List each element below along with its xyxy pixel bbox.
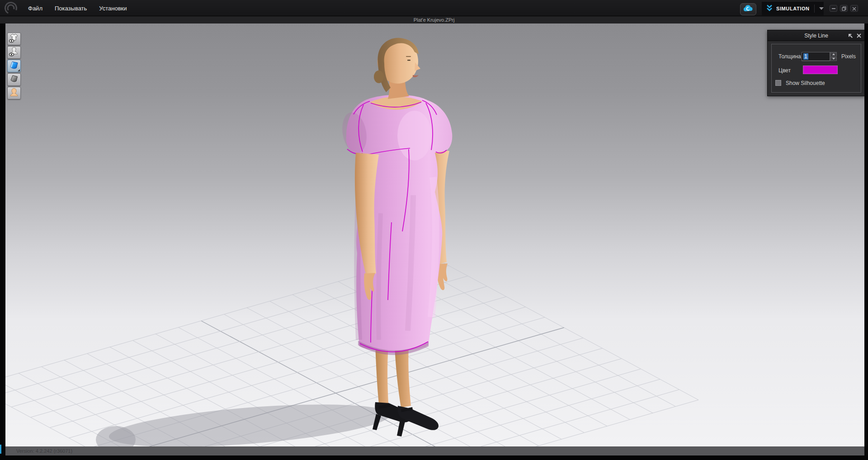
document-title: Plat'e Krujevo.ZPrj: [414, 17, 455, 23]
restore-icon: [842, 5, 846, 13]
thickness-value: 1: [803, 53, 808, 60]
thickness-label: Толщина: [778, 53, 801, 60]
spinner-down-button[interactable]: [830, 57, 837, 61]
panel-close-button[interactable]: [856, 33, 862, 39]
arrow-down-icon: [832, 58, 835, 60]
cloud-sync-icon: [743, 5, 754, 14]
main-menu: Файл Показывать Установки: [28, 0, 139, 16]
menu-bar: Файл Показывать Установки SIMULATION: [0, 0, 868, 16]
garment-eye-icon: [9, 33, 19, 45]
window-frame-right: [864, 23, 868, 455]
double-chevron-down-icon: [766, 5, 773, 13]
style-line-panel: Style Line Толщина 1: [767, 30, 864, 96]
toolbar-button-show-garment[interactable]: [7, 33, 21, 45]
toolbar-button-show-avatar[interactable]: [7, 46, 21, 59]
window-frame-bottom: [0, 455, 868, 460]
simulation-mode-switch[interactable]: SIMULATION: [762, 2, 824, 15]
caret-down-icon[interactable]: [819, 7, 824, 10]
avatar-head-icon: [9, 87, 19, 99]
simulation-label: SIMULATION: [776, 6, 810, 11]
toolbar-button-pattern-3d[interactable]: [7, 60, 21, 72]
spinner-up-button[interactable]: [830, 52, 837, 56]
status-accent-mark: [0, 445, 1, 454]
cloud-sync-button[interactable]: [740, 3, 756, 15]
close-button[interactable]: [850, 5, 858, 12]
application-window: Файл Показывать Установки SIMULATION: [0, 0, 868, 460]
thickness-unit-label: Pixels: [841, 53, 856, 60]
avatar-eye-icon: [9, 47, 19, 58]
restore-button[interactable]: [840, 5, 848, 12]
corner-flyout-indicator: [18, 69, 20, 71]
avatar-scene: [5, 23, 864, 446]
thickness-spinner: [830, 52, 837, 61]
view-toolbar: [7, 33, 21, 99]
menu-settings[interactable]: Установки: [99, 5, 127, 12]
clo-logo-icon: [3, 0, 19, 16]
close-icon: [852, 5, 856, 13]
avatar-legs: [373, 344, 439, 437]
avatar-head: [374, 38, 420, 99]
arrow-up-icon: [832, 53, 835, 55]
color-swatch[interactable]: [803, 66, 838, 74]
window-frame-left: [0, 23, 5, 455]
color-label: Цвет: [778, 67, 791, 74]
minimize-button[interactable]: [830, 5, 837, 12]
show-silhouette-label: Show Silhouette: [786, 80, 825, 86]
pattern-grey-icon: [9, 74, 19, 85]
menu-show[interactable]: Показывать: [55, 5, 87, 12]
menu-file[interactable]: Файл: [28, 5, 42, 12]
document-title-bar: Plat'e Krujevo.ZPrj: [0, 16, 868, 23]
style-line-panel-body: Толщина 1 Pixels Цвет Show S: [768, 41, 864, 96]
version-text: Version: 4.2.242 (r36071): [16, 448, 72, 454]
style-line-panel-titlebar[interactable]: Style Line: [768, 30, 864, 41]
style-line-panel-title: Style Line: [804, 33, 828, 39]
dress: [339, 95, 452, 355]
avatar-shadow: [96, 397, 392, 446]
show-silhouette-checkbox[interactable]: [775, 80, 781, 86]
toolbar-button-pattern-mesh[interactable]: [7, 73, 21, 86]
minimize-icon: [832, 8, 835, 9]
thickness-input[interactable]: 1: [802, 52, 830, 61]
viewport-3d[interactable]: Style Line Толщина 1: [5, 23, 864, 446]
toolbar-button-avatar-skin[interactable]: [7, 87, 21, 99]
undock-arrow-icon[interactable]: [847, 33, 854, 39]
window-controls: [830, 5, 858, 12]
status-bar: Version: 4.2.242 (r36071): [5, 446, 864, 455]
